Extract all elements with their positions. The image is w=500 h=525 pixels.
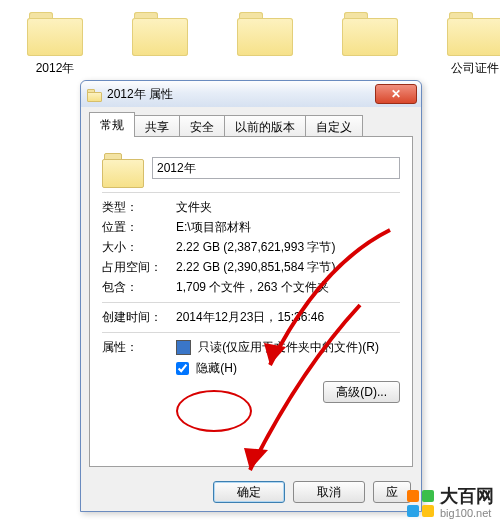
folder-icon xyxy=(445,6,500,56)
apply-button[interactable]: 应 xyxy=(373,481,411,503)
label-contains: 包含： xyxy=(102,279,176,296)
folder-icon xyxy=(235,6,295,56)
desktop-folder[interactable] xyxy=(220,6,310,72)
value-type: 文件夹 xyxy=(176,199,400,216)
watermark: 大百网 big100.net xyxy=(407,487,494,519)
titlebar[interactable]: 2012年 属性 ✕ xyxy=(81,81,421,107)
desktop-folder[interactable] xyxy=(325,6,415,72)
tab-customize[interactable]: 自定义 xyxy=(305,115,363,138)
readonly-label: 只读(仅应用于文件夹中的文件)(R) xyxy=(198,340,379,354)
divider xyxy=(102,302,400,303)
folder-label xyxy=(365,65,375,69)
divider xyxy=(102,192,400,193)
properties-dialog: 2012年 属性 ✕ 常规 共享 安全 以前的版本 自定义 类型：文件夹 位置：… xyxy=(80,80,422,512)
tab-panel-general: 类型：文件夹 位置：E:\项目部材料 大小：2.22 GB (2,387,621… xyxy=(89,136,413,467)
watermark-url: big100.net xyxy=(440,507,494,519)
desktop-folder[interactable]: 公司证件 xyxy=(430,6,500,79)
folder-icon xyxy=(130,6,190,56)
folder-label: 公司证件 xyxy=(446,58,500,79)
watermark-logo-icon xyxy=(407,490,434,517)
folder-icon xyxy=(102,150,144,186)
folder-label xyxy=(260,65,270,69)
value-size: 2.22 GB (2,387,621,993 字节) xyxy=(176,239,400,256)
watermark-name: 大百网 xyxy=(440,487,494,507)
close-icon: ✕ xyxy=(391,88,401,100)
label-size: 大小： xyxy=(102,239,176,256)
desktop-folder[interactable]: 2012年 xyxy=(10,6,100,79)
tab-previous-versions[interactable]: 以前的版本 xyxy=(224,115,306,138)
folder-icon xyxy=(87,88,101,100)
folder-icon xyxy=(340,6,400,56)
folder-label xyxy=(155,65,165,69)
value-location: E:\项目部材料 xyxy=(176,219,400,236)
value-size-on-disk: 2.22 GB (2,390,851,584 字节) xyxy=(176,259,400,276)
close-button[interactable]: ✕ xyxy=(375,84,417,104)
label-location: 位置： xyxy=(102,219,176,236)
hidden-label: 隐藏(H) xyxy=(196,361,237,375)
desktop-folder[interactable] xyxy=(115,6,205,72)
divider xyxy=(102,332,400,333)
value-created: 2014年12月23日，15:36:46 xyxy=(176,309,400,326)
hidden-checkbox[interactable] xyxy=(176,362,189,375)
dialog-button-row: 确定 取消 应 xyxy=(81,481,421,503)
folder-name-input[interactable] xyxy=(152,157,400,179)
folder-icon xyxy=(25,6,85,56)
ok-button[interactable]: 确定 xyxy=(213,481,285,503)
label-size-on-disk: 占用空间： xyxy=(102,259,176,276)
value-contains: 1,709 个文件，263 个文件夹 xyxy=(176,279,400,296)
tab-security[interactable]: 安全 xyxy=(179,115,225,138)
cancel-button[interactable]: 取消 xyxy=(293,481,365,503)
tab-general[interactable]: 常规 xyxy=(89,112,135,137)
window-title: 2012年 属性 xyxy=(107,86,375,103)
readonly-checkbox[interactable] xyxy=(176,340,191,355)
label-attributes: 属性： xyxy=(102,339,176,356)
tab-strip: 常规 共享 安全 以前的版本 自定义 xyxy=(89,115,413,137)
tab-sharing[interactable]: 共享 xyxy=(134,115,180,138)
folder-label: 2012年 xyxy=(31,58,80,79)
label-created: 创建时间： xyxy=(102,309,176,326)
advanced-button[interactable]: 高级(D)... xyxy=(323,381,400,403)
label-type: 类型： xyxy=(102,199,176,216)
